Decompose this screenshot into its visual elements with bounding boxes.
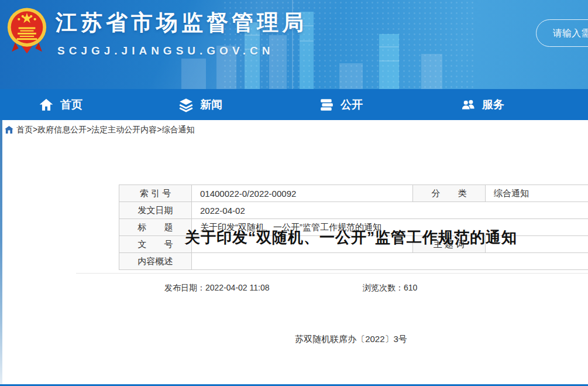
- nav-label: 服务: [482, 97, 504, 112]
- services-icon: [460, 97, 476, 112]
- site-domain: SCJGJ.JIANGSU.GOV.CN: [57, 45, 274, 57]
- publish-date-label: 发布日期：: [164, 283, 205, 292]
- nav-item-home[interactable]: 首页: [39, 89, 82, 120]
- nav-item-disclosure[interactable]: 公开: [319, 89, 363, 120]
- site-title: 江苏省市场监督管理局: [56, 8, 307, 37]
- issue-date-value: 2022-04-02: [192, 202, 588, 219]
- site-header: 江苏省市场监督管理局 SCJGJ.JIANGSU.GOV.CN: [0, 0, 588, 89]
- nav-label: 首页: [60, 97, 82, 112]
- home-icon: [39, 97, 54, 112]
- table-row: 索 引 号 01400022-0/2022-00092 分 类 综合通知: [119, 185, 588, 202]
- divider: [76, 273, 588, 274]
- search-box[interactable]: [536, 19, 588, 47]
- page: 江苏省市场监督管理局 SCJGJ.JIANGSU.GOV.CN 首页 新闻: [0, 0, 588, 386]
- view-count-value: 610: [404, 283, 417, 292]
- table-row: 发文日期 2022-04-02: [119, 202, 588, 219]
- summary-label: 内容概述: [119, 253, 192, 270]
- breadcrumb-path[interactable]: 首页>政府信息公开>法定主动公开内容>综合通知: [16, 125, 195, 135]
- search-input[interactable]: [553, 28, 588, 39]
- breadcrumb: 首页>政府信息公开>法定主动公开内容>综合通知: [0, 120, 588, 139]
- issue-date-label: 发文日期: [119, 202, 192, 219]
- nav-item-services[interactable]: 服务: [460, 89, 504, 120]
- publish-date: 发布日期：2022-04-02 11:08: [164, 283, 270, 293]
- news-icon: [178, 97, 194, 112]
- article-title: 关于印发“双随机、一公开”监管工作规范的通知: [88, 227, 588, 248]
- nav-label: 公开: [341, 97, 363, 112]
- category-label: 分 类: [413, 185, 486, 202]
- nav-item-news[interactable]: 新闻: [178, 89, 222, 120]
- emblem-icon: [6, 6, 48, 56]
- disclosure-icon: [319, 97, 334, 112]
- view-count-label: 浏览次数：: [363, 283, 404, 292]
- national-emblem-logo[interactable]: [6, 6, 48, 56]
- table-row: 内容概述: [119, 253, 588, 270]
- category-value: 综合通知: [486, 185, 588, 202]
- breadcrumb-home-icon: [5, 126, 13, 134]
- scrollbar-strip[interactable]: [0, 120, 2, 386]
- summary-value: [192, 253, 588, 270]
- nav-label: 新闻: [200, 97, 222, 112]
- view-count: 浏览次数：610: [363, 283, 417, 293]
- publish-date-value: 2022-04-02 11:08: [205, 283, 270, 292]
- main-nav: 首页 新闻 公开: [0, 89, 588, 120]
- index-value: 01400022-0/2022-00092: [192, 185, 413, 202]
- official-doc-number: 苏双随机联席办〔2022〕3号: [88, 334, 588, 345]
- index-label: 索 引 号: [119, 185, 192, 202]
